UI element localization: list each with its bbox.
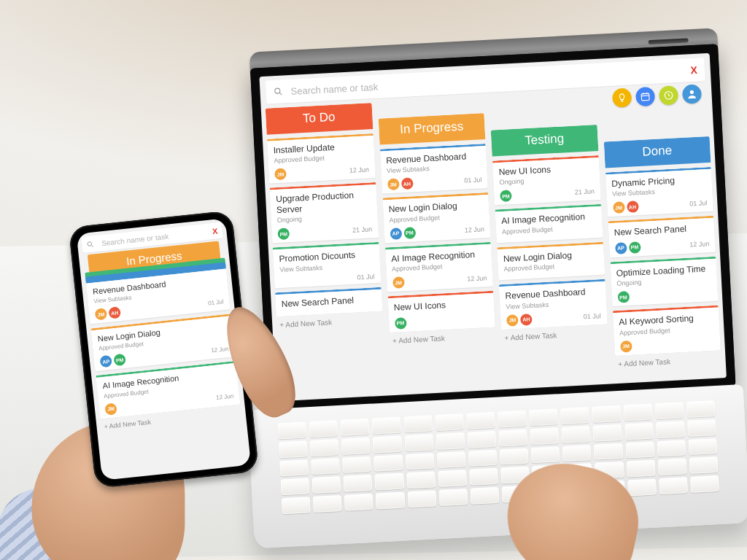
- todo-card[interactable]: Upgrade Production ServerOngoingPM21 Jun: [269, 182, 378, 243]
- inprogress-card[interactable]: AI Image RecognitionApproved BudgetJM12 …: [384, 242, 493, 292]
- card-footer: [503, 235, 597, 240]
- avatar-jm: JM: [620, 340, 632, 352]
- keyboard-key: [344, 494, 374, 511]
- keyboard-key: [562, 445, 592, 462]
- laptop: X: [229, 28, 747, 520]
- testing-card[interactable]: New UI IconsOngoingPM21 Jun: [492, 155, 601, 206]
- keyboard-key: [344, 475, 373, 492]
- card-avatars: APPM: [99, 354, 125, 368]
- keyboard-key: [435, 413, 464, 431]
- card-footer: JM12 Jun: [392, 272, 487, 289]
- done-card[interactable]: AI Keyword SortingApproved BudgetJM: [612, 306, 721, 356]
- keyboard-key: [624, 422, 654, 440]
- card-title: New Search Panel: [281, 294, 376, 309]
- avatar-jm: JM: [104, 402, 117, 416]
- card-footer: PM: [394, 313, 489, 330]
- column-cards-done: Dynamic PricingView SubtasksJMAH01 JulNe…: [605, 167, 720, 356]
- clear-search-button-mobile[interactable]: X: [212, 227, 218, 236]
- keyboard-key: [689, 456, 718, 474]
- keyboard-key: [404, 434, 433, 451]
- keyboard-key: [690, 475, 719, 493]
- card-avatars: JMAH: [613, 201, 639, 214]
- keyboard-key: [593, 424, 622, 442]
- card-date: 01 Jul: [689, 200, 708, 208]
- column-header-testing[interactable]: Testing: [491, 125, 598, 157]
- avatar-ah: AH: [627, 201, 639, 214]
- keyboard-key: [311, 476, 341, 494]
- column-header-done[interactable]: Done: [603, 136, 711, 168]
- done-card[interactable]: New Search PanelAPPM12 Jun: [608, 216, 716, 257]
- inprogress-card[interactable]: Revenue DashboardView SubtasksJMAH01 Jul: [379, 144, 488, 194]
- card-footer: [504, 272, 598, 277]
- card-date: 12 Jun: [465, 225, 485, 233]
- todo-card[interactable]: Promotion DicountsView Subtasks01 Jul: [273, 242, 381, 288]
- card-footer: JMAH01 Jul: [387, 174, 482, 191]
- card-avatars: JMAH: [506, 314, 533, 327]
- avatar-jm: JM: [95, 308, 108, 321]
- svg-point-0: [275, 88, 280, 93]
- keyboard-key: [438, 489, 468, 506]
- testing-card[interactable]: Revenue DashboardView SubtasksJMAH01 Jul: [499, 279, 608, 330]
- testing-card[interactable]: New Login DialogApproved Budget: [497, 242, 605, 281]
- keyboard-key: [407, 490, 436, 508]
- keyboard-key: [376, 492, 405, 510]
- clear-search-button[interactable]: X: [690, 64, 697, 76]
- card-date: 01 Jul: [583, 312, 601, 320]
- keyboard-key: [341, 438, 371, 455]
- keyboard-key: [531, 446, 560, 464]
- inprogress-card[interactable]: New Login DialogApproved BudgetAPPM12 Ju…: [382, 192, 491, 243]
- column-header-inprogress[interactable]: In Progress: [378, 113, 485, 145]
- todo-card[interactable]: Installer UpdateApproved BudgetJM12 Jun: [267, 133, 376, 184]
- keyboard-key: [623, 404, 652, 421]
- card-avatars: JM: [392, 276, 405, 289]
- avatar-pm: PM: [403, 227, 416, 239]
- card-date: 21 Jun: [352, 225, 373, 233]
- avatar-pm: PM: [277, 228, 290, 240]
- inprogress-card[interactable]: New UI IconsPM: [387, 291, 495, 332]
- column-todo: To DoInstaller UpdateApproved BudgetJM12…: [266, 103, 387, 397]
- laptop-screen: X: [250, 44, 736, 411]
- kanban-app-desktop: X: [259, 53, 726, 402]
- svg-line-9: [91, 245, 93, 247]
- card-footer: JM12 Jun: [274, 164, 369, 181]
- avatar-pm: PM: [394, 317, 406, 330]
- card-date: 12 Jun: [216, 393, 234, 401]
- card-avatars: PM: [277, 228, 290, 240]
- column-cards-inprogress: Revenue DashboardView SubtasksJMAH01 Jul…: [379, 144, 495, 332]
- column-header-todo[interactable]: To Do: [266, 103, 373, 135]
- hand-holding-phone: X In Progress Revenue DashboardView Subt…: [18, 208, 290, 552]
- testing-card[interactable]: AI Image RecognitionApproved Budget: [495, 204, 603, 243]
- card-avatars: JMAH: [387, 178, 414, 191]
- card-footer: APPM12 Jun: [390, 223, 484, 240]
- keyboard-key: [686, 400, 715, 418]
- keyboard-key: [375, 473, 404, 491]
- card-avatars: PM: [394, 317, 406, 330]
- card-avatars: PM: [617, 291, 630, 303]
- keyboard-key: [372, 417, 401, 435]
- avatar-jm: JM: [387, 179, 400, 191]
- laptop-base: [247, 384, 747, 548]
- keyboard-key: [656, 421, 685, 438]
- avatar-ah: AH: [520, 314, 533, 326]
- column-testing: TestingNew UI IconsOngoingPM21 JunAI Ima…: [491, 125, 611, 385]
- card-date: 12 Jun: [211, 346, 229, 354]
- keyboard-key: [626, 460, 655, 478]
- column-done: DoneDynamic PricingView SubtasksJMAH01 J…: [603, 136, 721, 379]
- avatar-pm: PM: [617, 291, 630, 303]
- card-footer: 01 Jul: [280, 273, 375, 285]
- keyboard-key: [373, 435, 402, 453]
- keyboard-key: [405, 453, 434, 470]
- keyboard-key: [436, 432, 465, 450]
- keyboard-key: [406, 472, 436, 489]
- card-title: New UI Icons: [393, 298, 488, 313]
- scene-photo: X: [0, 0, 747, 560]
- svg-point-8: [88, 241, 92, 246]
- card-date: 12 Jun: [467, 274, 487, 282]
- card-footer: JM: [620, 336, 715, 353]
- done-card[interactable]: Optimize Loading TimeOngoingPM: [610, 256, 719, 306]
- keyboard-key: [468, 449, 498, 467]
- done-card[interactable]: Dynamic PricingView SubtasksJMAH01 Jul: [605, 167, 713, 217]
- avatar-ap: AP: [390, 228, 402, 240]
- card-date: 21 Jun: [575, 188, 595, 196]
- avatar-pm: PM: [628, 241, 640, 254]
